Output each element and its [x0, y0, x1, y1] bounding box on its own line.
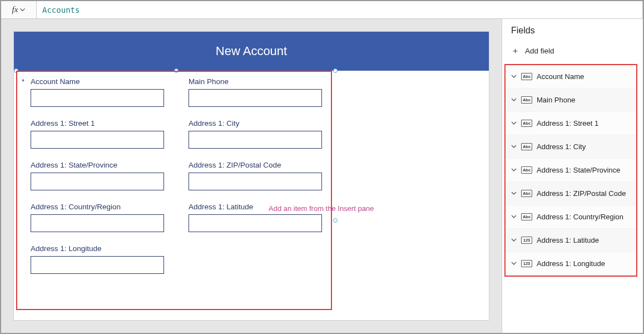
chevron-down-icon: [511, 168, 517, 172]
chevron-down-icon: [511, 262, 517, 266]
chevron-down-icon: [511, 121, 517, 125]
field-list-label: Address 1: Country/Region: [537, 213, 623, 221]
chevron-down-icon: [511, 191, 517, 195]
field-label: Address 1: Longitude: [31, 244, 164, 253]
field-list-label: Address 1: Longitude: [537, 259, 605, 268]
field-list-label: Address 1: Street 1: [537, 119, 598, 127]
text-type-icon: Abc: [521, 96, 532, 104]
text-input[interactable]: [31, 256, 164, 274]
form-field[interactable]: Address 1: Longitude: [31, 244, 164, 274]
form-field[interactable]: Address 1: ZIP/Postal Code: [189, 161, 322, 190]
field-label: Main Phone: [189, 77, 322, 86]
form-field[interactable]: Address 1: Street 1: [31, 119, 164, 149]
selection-handle-icon[interactable]: [333, 218, 338, 223]
field-list-label: Main Phone: [537, 96, 575, 104]
chevron-down-icon: [511, 215, 517, 219]
text-type-icon: Abc: [521, 143, 532, 150]
field-list-label: Address 1: State/Province: [537, 166, 620, 174]
canvas-area[interactable]: New Account Add an item from the Insert …: [1, 19, 502, 333]
plus-icon: ＋: [511, 46, 519, 56]
form-field[interactable]: Address 1: Country/Region: [31, 203, 164, 232]
fields-list: AbcAccount NameAbcMain PhoneAbcAddress 1…: [504, 64, 637, 277]
fields-panel-title: Fields: [502, 19, 643, 41]
fx-dropdown[interactable]: fx: [1, 1, 37, 18]
form-field[interactable]: Address 1: City: [189, 119, 322, 149]
field-list-item[interactable]: AbcAddress 1: State/Province: [506, 159, 636, 182]
field-list-item[interactable]: AbcMain Phone: [506, 89, 636, 112]
field-list-item[interactable]: 123Address 1: Latitude: [506, 229, 636, 252]
field-list-label: Account Name: [537, 72, 584, 81]
text-type-icon: Abc: [521, 190, 532, 197]
text-input[interactable]: [31, 131, 164, 149]
text-type-icon: Abc: [521, 120, 532, 127]
field-list-item[interactable]: AbcAddress 1: Country/Region: [506, 205, 636, 229]
number-type-icon: 123: [521, 237, 532, 244]
add-field-button[interactable]: ＋ Add field: [502, 41, 643, 63]
field-label: Address 1: State/Province: [31, 161, 164, 169]
field-list-item[interactable]: 123Address 1: Longitude: [506, 252, 636, 276]
required-icon: *: [22, 77, 24, 86]
field-list-item[interactable]: AbcAddress 1: ZIP/Postal Code: [506, 182, 636, 205]
field-list-label: Address 1: Latitude: [537, 236, 599, 244]
text-input[interactable]: [189, 131, 322, 149]
text-type-icon: Abc: [521, 73, 532, 80]
field-list-item[interactable]: AbcAddress 1: City: [506, 135, 636, 159]
field-list-label: Address 1: ZIP/Postal Code: [537, 189, 626, 198]
text-input[interactable]: [189, 89, 322, 107]
field-label: Account Name: [31, 77, 164, 86]
chevron-down-icon: [511, 238, 517, 242]
text-input[interactable]: [31, 214, 164, 232]
field-list-item[interactable]: AbcAccount Name: [506, 65, 636, 89]
field-list-label: Address 1: City: [537, 143, 586, 151]
form-field[interactable]: Account Name: [31, 77, 164, 107]
field-list-item[interactable]: AbcAddress 1: Street 1: [506, 112, 636, 135]
fields-panel: Fields ＋ Add field AbcAccount NameAbcMai…: [502, 19, 643, 333]
text-input[interactable]: [31, 89, 164, 107]
formula-bar: fx Accounts: [1, 1, 643, 19]
text-input[interactable]: [189, 173, 322, 190]
field-label: Address 1: City: [189, 119, 322, 127]
text-input[interactable]: [31, 173, 164, 190]
field-label: Address 1: ZIP/Postal Code: [189, 161, 322, 169]
formula-input[interactable]: Accounts: [37, 1, 643, 18]
insert-hint: Add an item from the Insert pane: [269, 204, 374, 213]
form-field[interactable]: Main Phone: [189, 77, 322, 107]
form-title: New Account: [14, 32, 489, 71]
text-type-icon: Abc: [521, 166, 532, 174]
chevron-down-icon: [511, 75, 517, 78]
fx-label: fx: [12, 5, 18, 14]
field-label: Address 1: Street 1: [31, 119, 164, 127]
text-input[interactable]: [189, 214, 322, 232]
chevron-down-icon: [511, 98, 517, 102]
text-type-icon: Abc: [521, 213, 532, 220]
selection-handle-icon[interactable]: [333, 68, 338, 73]
add-field-label: Add field: [525, 47, 554, 55]
form-control[interactable]: * Account NameMain PhoneAddress 1: Stree…: [16, 71, 332, 310]
form-field[interactable]: Address 1: State/Province: [31, 161, 164, 190]
field-label: Address 1: Country/Region: [31, 203, 164, 211]
number-type-icon: 123: [521, 260, 532, 267]
app-screen: New Account Add an item from the Insert …: [13, 31, 489, 321]
chevron-down-icon: [20, 8, 25, 12]
chevron-down-icon: [511, 145, 517, 149]
